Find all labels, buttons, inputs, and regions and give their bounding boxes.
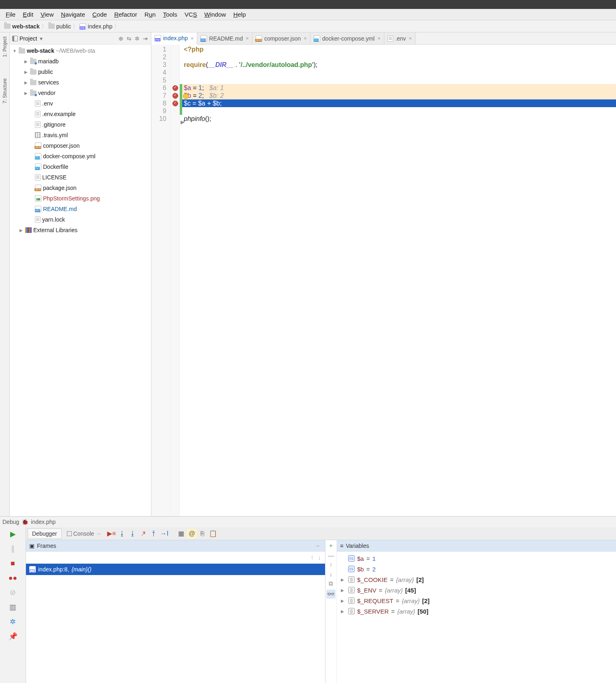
debug-title[interactable]: Debug 🐞 index.php — [0, 517, 616, 527]
frames-list[interactable]: index.php:8, {main}() — [26, 564, 325, 683]
line-number-gutter[interactable]: 1 2 3 4 5 6 7 8 9 10 — [151, 45, 171, 516]
next-frame-button[interactable]: ↓ — [318, 554, 321, 561]
force-step-into-button[interactable]: ⭷ — [138, 529, 148, 539]
chevron-right-icon[interactable]: ▶ — [19, 228, 24, 233]
tree-file[interactable]: Dockerfile — [10, 162, 151, 172]
tree-file[interactable]: .env — [10, 98, 151, 109]
gear-icon[interactable]: ✲ — [134, 35, 140, 42]
pause-button[interactable]: ∥ — [8, 543, 18, 554]
breakpoint-gutter[interactable] — [171, 45, 180, 516]
tab-docker-compose[interactable]: docker-compose.yml× — [310, 32, 384, 44]
breakpoint-icon[interactable] — [172, 93, 178, 99]
code-editor[interactable]: 1 2 3 4 5 6 7 8 9 10 — [151, 45, 616, 516]
tree-file[interactable]: composer.json — [10, 140, 151, 151]
remove-watch-button[interactable]: — — [328, 552, 334, 559]
breakpoint-icon[interactable] — [172, 85, 178, 91]
variable-row[interactable]: ▶{}$_COOKIE={array} [2] — [337, 574, 616, 585]
fold-arrow-icon[interactable]: ▶ — [181, 119, 184, 125]
breakpoint-icon[interactable] — [172, 101, 178, 106]
stop-button[interactable]: ■ — [8, 558, 18, 569]
close-icon[interactable]: × — [304, 35, 307, 41]
debugger-tab[interactable]: Debugger — [28, 528, 62, 539]
collapse-icon[interactable]: ⇆ — [126, 35, 132, 42]
menu-vcs[interactable]: VCS — [181, 10, 200, 19]
crumb-file[interactable]: index.php — [77, 21, 115, 32]
chevron-right-icon[interactable]: ▶ — [341, 609, 346, 614]
settings-button[interactable]: ✲ — [8, 616, 18, 627]
up-button[interactable]: ↑ — [330, 561, 333, 568]
tree-file[interactable]: yarn.lock — [10, 214, 151, 225]
evaluate-button[interactable]: ▦ — [177, 529, 186, 539]
menu-navigate[interactable]: Navigate — [58, 10, 88, 19]
down-button[interactable]: ↓ — [330, 571, 333, 577]
menu-file[interactable]: File — [2, 10, 19, 19]
console-tab[interactable]: Console→ — [62, 528, 106, 539]
variable-row[interactable]: ▶{}$_REQUEST={array} [2] — [337, 595, 616, 606]
restore-layout-icon[interactable]: → — [313, 543, 322, 549]
sidebar-title[interactable]: Project ▾ — [12, 35, 116, 42]
menu-tools[interactable]: Tools — [160, 10, 181, 19]
tree-file[interactable]: LICENSE — [10, 172, 151, 183]
chevron-right-icon[interactable]: ▶ — [341, 588, 346, 593]
code-content[interactable]: <?php require(__DIR__ . '/../vendor/auto… — [182, 45, 616, 516]
variable-row[interactable]: ▶{}$_ENV={array} [45] — [337, 585, 616, 595]
close-icon[interactable]: × — [377, 35, 381, 41]
run-to-cursor-button[interactable]: →I — [159, 529, 169, 539]
project-tree[interactable]: ▼ web-stack ~/WEB/web-sta ▶mariadb ▶publ… — [10, 45, 151, 516]
menu-help[interactable]: Help — [230, 10, 249, 19]
variable-row[interactable]: 01$b=2 — [337, 564, 616, 574]
toolwin-project[interactable]: 1: Project — [1, 34, 9, 60]
frame-row[interactable]: index.php:8, {main}() — [26, 564, 325, 575]
step-over-button[interactable]: ▶≡ — [107, 529, 116, 539]
clipboard-icon[interactable]: 📋 — [208, 529, 218, 539]
menu-run[interactable]: Run — [141, 10, 159, 19]
target-icon[interactable]: ⊕ — [118, 35, 124, 42]
chevron-right-icon[interactable]: ▶ — [24, 59, 28, 64]
show-watches-button[interactable]: 👓 — [326, 590, 336, 599]
tree-folder[interactable]: ▶public — [10, 67, 151, 77]
step-into-button[interactable]: ⭳ — [117, 529, 127, 539]
close-icon[interactable]: × — [246, 35, 249, 41]
tree-file[interactable]: package.json — [10, 183, 151, 193]
tree-folder[interactable]: ▶mariadb — [10, 56, 151, 67]
settings-icon[interactable]: ⎘ — [198, 529, 207, 539]
mute-breakpoints-button[interactable]: ⊘ — [8, 587, 18, 598]
chevron-right-icon[interactable]: ▶ — [24, 91, 28, 95]
tree-file[interactable]: README.md — [10, 204, 151, 214]
tree-file[interactable]: PhpStormSettings.png — [10, 193, 151, 204]
variable-row[interactable]: 01$a=1 — [337, 553, 616, 564]
crumb-folder[interactable]: public — [46, 21, 74, 32]
dropdown-icon[interactable]: ▾ — [39, 35, 43, 42]
tree-file[interactable]: docker-compose.yml — [10, 151, 151, 162]
step-out-button[interactable]: ⭱ — [149, 529, 159, 539]
menu-code[interactable]: Code — [89, 10, 110, 19]
chevron-down-icon[interactable]: ▼ — [12, 49, 17, 53]
chevron-right-icon[interactable]: ▶ — [24, 80, 28, 85]
toolwin-structure[interactable]: 7: Structure — [1, 76, 9, 106]
chevron-right-icon[interactable]: ▶ — [24, 70, 28, 74]
tree-root[interactable]: ▼ web-stack ~/WEB/web-sta — [10, 45, 151, 56]
watch-button[interactable]: @ — [187, 529, 197, 539]
add-watch-button[interactable]: ＋ — [328, 542, 334, 549]
prev-frame-button[interactable]: ↑ — [310, 554, 314, 561]
menu-refactor[interactable]: Refactor — [111, 10, 140, 19]
close-icon[interactable]: × — [409, 35, 412, 41]
menu-window[interactable]: Window — [201, 10, 229, 19]
tree-file[interactable]: .gitignore — [10, 119, 151, 130]
tree-folder[interactable]: ▶vendor — [10, 88, 151, 98]
copy-button[interactable]: ⧉ — [329, 580, 333, 587]
layout-button[interactable]: ▥ — [8, 602, 18, 612]
tab-readme[interactable]: README.md× — [197, 32, 252, 44]
menu-edit[interactable]: Edit — [19, 10, 37, 19]
menu-view[interactable]: View — [37, 10, 57, 19]
chevron-right-icon[interactable]: ▶ — [341, 577, 346, 582]
tab-composer[interactable]: composer.json× — [252, 32, 310, 44]
tree-external-libs[interactable]: ▶External Libraries — [10, 225, 151, 235]
tab-index-php[interactable]: index.php× — [151, 32, 197, 45]
hide-icon[interactable]: ⇥ — [142, 35, 149, 42]
chevron-right-icon[interactable]: ▶ — [341, 599, 346, 603]
resume-button[interactable]: ▶ — [8, 529, 18, 539]
tree-file[interactable]: .travis.yml — [10, 130, 151, 140]
tab-env[interactable]: .env× — [384, 32, 416, 44]
crumb-root[interactable]: web-stack — [2, 21, 42, 32]
